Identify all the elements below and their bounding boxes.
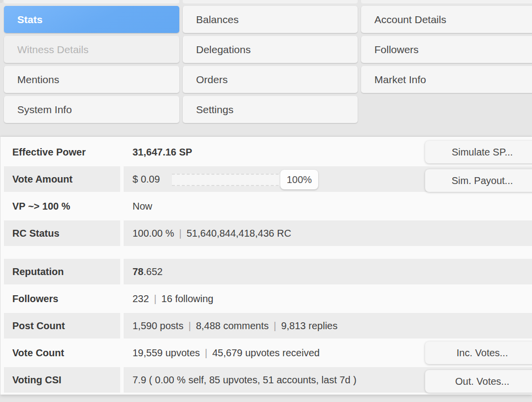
vp-value: Now <box>133 201 152 212</box>
stat-row-post-count: Post Count 1,590 posts|8,488 comments|9,… <box>0 313 532 339</box>
stat-label: Followers <box>4 286 120 311</box>
upvotes-given: 19,559 upvotes <box>133 347 200 358</box>
stat-label: Vote Amount <box>4 166 120 192</box>
stats-panel: Effective Power 31,647.16 SP Simulate SP… <box>0 137 532 395</box>
out-votes-button[interactable]: Out. Votes... <box>425 370 532 393</box>
tab-orders[interactable]: Orders <box>183 66 358 93</box>
value-separator: | <box>149 293 161 304</box>
stat-value: 1,590 posts|8,488 comments|9,813 replies <box>124 313 532 339</box>
stat-row-rc-status: RC Status 100.00 %|51,640,844,418,436 RC <box>0 220 532 246</box>
rc-amount: 51,640,844,418,436 RC <box>187 228 291 239</box>
clipped-button-bottom-3 <box>361 0 532 3</box>
stat-label: RC Status <box>4 220 120 246</box>
value-separator: | <box>183 320 196 331</box>
sim-payout-button[interactable]: Sim. Payout... <box>425 169 532 192</box>
stat-row-vote-amount: Vote Amount $ 0.09 100% Sim. Payout... <box>0 166 532 192</box>
tab-followers[interactable]: Followers <box>361 36 532 63</box>
tab-market-info[interactable]: Market Info <box>361 66 532 93</box>
tab-balances[interactable]: Balances <box>183 6 358 33</box>
upvotes-received: 45,679 upvotes received <box>212 347 320 358</box>
followers-count: 232 <box>133 293 149 304</box>
inc-votes-button[interactable]: Inc. Votes... <box>425 341 532 364</box>
tab-account-details[interactable]: Account Details <box>361 6 532 33</box>
stat-row-effective-power: Effective Power 31,647.16 SP Simulate SP… <box>0 139 532 165</box>
clipped-button-bottom-2 <box>183 0 358 3</box>
stat-label: Reputation <box>4 259 120 284</box>
voting-csi-value: 7.9 ( 0.00 % self, 85 upvotes, 51 accoun… <box>133 374 357 385</box>
stat-value: Now <box>124 193 532 219</box>
clipped-button-edge <box>0 0 3 3</box>
stat-row-followers: Followers 232|16 following <box>0 286 532 311</box>
tab-witness-details[interactable]: Witness Details <box>4 36 179 63</box>
effective-power-value: 31,647.16 SP <box>133 147 192 157</box>
simulate-sp-button[interactable]: Simulate SP... <box>425 141 532 163</box>
stat-label: Post Count <box>4 313 120 339</box>
stat-value: 100.00 %|51,640,844,418,436 RC <box>124 220 532 246</box>
stat-value: 78.652 <box>124 259 532 284</box>
stat-label: VP ~> 100 % <box>4 193 120 219</box>
rc-percent: 100.00 % <box>133 228 174 239</box>
reputation-fraction: .652 <box>143 266 163 277</box>
posts-count: 1,590 posts <box>133 320 183 331</box>
tab-system-info[interactable]: System Info <box>4 96 179 123</box>
stat-label: Vote Count <box>4 340 120 366</box>
vote-weight-slider-handle[interactable]: 100% <box>280 170 318 189</box>
clipped-button-bottom-1 <box>4 0 179 3</box>
following-count: 16 following <box>162 293 214 304</box>
stat-value: 232|16 following <box>124 286 532 311</box>
tab-delegations[interactable]: Delegations <box>183 36 358 63</box>
stat-label: Effective Power <box>4 139 120 165</box>
tab-stats[interactable]: Stats <box>4 6 179 33</box>
reputation-whole: 78 <box>133 266 143 277</box>
tab-mentions[interactable]: Mentions <box>4 66 179 93</box>
value-separator: | <box>174 228 187 239</box>
stat-row-vote-count: Vote Count 19,559 upvotes|45,679 upvotes… <box>0 340 532 366</box>
value-separator: | <box>200 347 212 358</box>
comments-count: 8,488 comments <box>196 320 269 331</box>
tab-settings[interactable]: Settings <box>183 96 358 123</box>
stat-row-reputation: Reputation 78.652 <box>0 259 532 284</box>
stat-row-vp: VP ~> 100 % Now <box>0 193 532 219</box>
replies-count: 9,813 replies <box>281 320 338 331</box>
stat-label: Voting CSI <box>4 367 120 393</box>
vote-amount-value: $ 0.09 <box>133 174 160 185</box>
stat-row-voting-csi: Voting CSI 7.9 ( 0.00 % self, 85 upvotes… <box>0 367 532 393</box>
value-separator: | <box>268 320 281 331</box>
